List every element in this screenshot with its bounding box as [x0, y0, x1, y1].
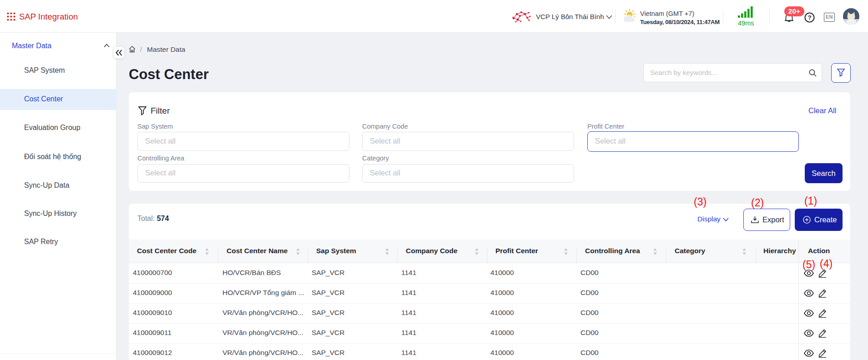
svg-text:?: ? — [807, 14, 811, 21]
